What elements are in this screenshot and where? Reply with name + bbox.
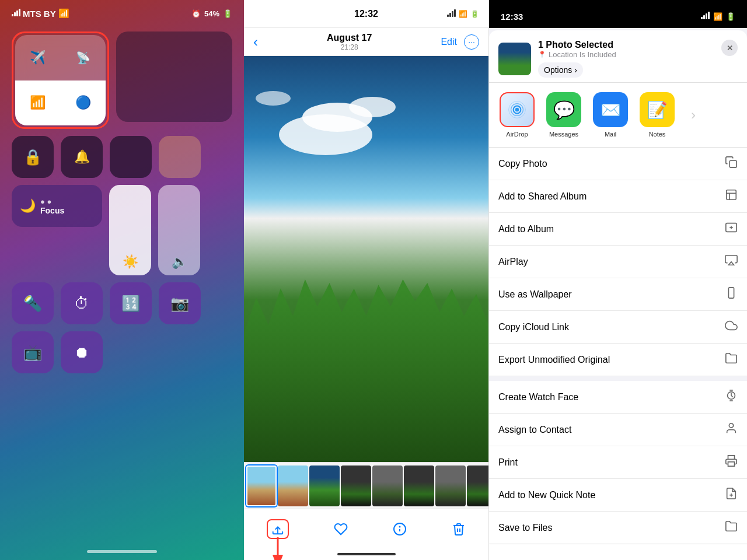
focus-button[interactable]: 🌙 ● ● Focus <box>12 185 102 227</box>
copy-photo-icon <box>725 156 738 172</box>
bluetooth-button[interactable]: 🔵 <box>61 80 106 126</box>
screen-record-button[interactable]: ⏺ <box>61 331 103 373</box>
share-subtitle: Location Is Included <box>549 50 616 59</box>
photos-status-bar: 12:32 📶 🔋 <box>244 0 488 28</box>
close-button[interactable]: ✕ <box>721 40 738 56</box>
media-tile[interactable] <box>116 32 232 122</box>
heart-button[interactable] <box>334 522 348 536</box>
use-wallpaper-action[interactable]: Use as Wallpaper <box>489 278 747 311</box>
filmstrip-thumb-5[interactable] <box>372 466 403 506</box>
copy-photo-action[interactable]: Copy Photo <box>489 148 747 180</box>
airdrop-app-button[interactable]: AirDrop <box>496 92 538 138</box>
wifi-status-icon: 📶 <box>58 8 69 19</box>
cellular-button[interactable]: 📡 <box>61 35 106 80</box>
brightness-slider[interactable]: ☀️ <box>109 185 151 275</box>
airdrop-icon <box>500 92 535 127</box>
share-photo-thumb <box>498 43 531 75</box>
arrow-indicator <box>269 537 287 561</box>
more-apps-indicator[interactable]: › <box>685 92 701 138</box>
signal-icon <box>12 9 20 18</box>
calculator-button[interactable]: 🔢 <box>110 282 152 324</box>
filmstrip[interactable] <box>244 462 488 509</box>
copy-icloud-action[interactable]: Copy iCloud Link <box>489 311 747 344</box>
delete-button[interactable] <box>452 522 466 536</box>
orientation-lock-button[interactable]: 🔒 <box>12 136 54 178</box>
print-action[interactable]: Print <box>489 446 747 479</box>
signal-icon-3 <box>701 12 710 21</box>
airplane-mode-button[interactable]: ✈️ <box>15 35 61 80</box>
home-indicator <box>87 550 157 553</box>
filmstrip-thumb-3[interactable] <box>309 466 340 506</box>
extra-tile-2[interactable] <box>159 136 201 178</box>
silent-mode-button[interactable]: 🔔 <box>61 136 103 178</box>
share-button[interactable] <box>267 519 289 539</box>
battery-icon-3: 🔋 <box>726 12 735 21</box>
mail-app-button[interactable]: ✉️ Mail <box>589 92 631 138</box>
svg-rect-11 <box>727 190 736 200</box>
location-icon: 📍 <box>538 51 546 58</box>
create-watch-face-action[interactable]: Create Watch Face <box>489 381 747 414</box>
add-album-icon <box>725 221 738 237</box>
more-button[interactable]: ··· <box>464 34 479 50</box>
svg-point-9 <box>515 108 519 111</box>
filmstrip-thumb-4[interactable] <box>341 466 371 506</box>
flashlight-button[interactable]: 🔦 <box>12 282 54 324</box>
airplay-icon <box>725 254 738 270</box>
svg-rect-16 <box>728 288 734 298</box>
save-files-action[interactable]: Save to Files <box>489 512 747 544</box>
filmstrip-thumb-6[interactable] <box>404 466 434 506</box>
edit-button[interactable]: Edit <box>441 37 457 47</box>
share-title: 1 Photo Selected <box>538 40 738 50</box>
carrier-label: MTS BY <box>23 9 56 19</box>
main-photo <box>244 56 488 462</box>
status-bar: MTS BY 📶 ⏰ 54% 🔋 <box>0 0 244 22</box>
photos-nav-bar: ‹ August 17 21:28 Edit ··· <box>244 28 488 56</box>
filmstrip-thumb-1[interactable] <box>246 466 277 506</box>
notes-label: Notes <box>649 131 666 138</box>
carrier-info: MTS BY 📶 <box>12 8 69 19</box>
filmstrip-thumb-8[interactable] <box>467 466 488 506</box>
add-album-action[interactable]: Add to Album <box>489 213 747 246</box>
wallpaper-icon <box>725 286 738 302</box>
airdrop-label: AirDrop <box>506 131 528 138</box>
filmstrip-thumb-7[interactable] <box>435 466 466 506</box>
status-right: ⏰ 54% 🔋 <box>191 9 232 18</box>
messages-icon: 💬 <box>546 92 581 127</box>
messages-app-button[interactable]: 💬 Messages <box>543 92 585 138</box>
watch-face-icon <box>725 389 738 405</box>
camera-button[interactable]: 📷 <box>159 282 201 324</box>
timer-button[interactable]: ⏱ <box>61 282 103 324</box>
airplay-action[interactable]: AirPlay <box>489 246 747 278</box>
share-apps-row: AirDrop 💬 Messages ✉️ Mail 📝 Notes › <box>489 83 747 148</box>
signal-icon-2 <box>447 9 456 19</box>
photos-time: 12:32 <box>354 9 378 19</box>
back-button[interactable]: ‹ <box>253 34 258 50</box>
quick-note-action[interactable]: Add to New Quick Note <box>489 479 747 512</box>
battery-label: 54% <box>204 9 219 18</box>
photos-toolbar <box>244 509 488 548</box>
volume-slider[interactable]: 🔈 <box>158 185 200 275</box>
wifi-button[interactable]: 📶 <box>15 80 61 126</box>
photos-panel: 12:32 📶 🔋 ‹ August 17 21:28 Edit ··· <box>244 0 489 560</box>
share-sheet-panel: 12:33 📶 🔋 1 Photo Selected 📍 Lo <box>489 0 747 560</box>
svg-marker-15 <box>728 262 734 265</box>
battery-icon-2: 🔋 <box>470 10 479 18</box>
info-button[interactable] <box>393 522 407 536</box>
contact-icon <box>725 422 738 438</box>
export-original-action[interactable]: Export Unmodified Original <box>489 344 747 376</box>
notes-app-button[interactable]: 📝 Notes <box>636 92 678 138</box>
extra-tile-1[interactable] <box>110 136 152 178</box>
control-center-panel: MTS BY 📶 ⏰ 54% 🔋 ✈️ 📡 📶 🔵 <box>0 0 244 560</box>
options-button[interactable]: Options › <box>538 62 583 78</box>
share-time: 12:33 <box>501 12 523 22</box>
export-icon <box>725 352 738 368</box>
messages-label: Messages <box>549 131 578 138</box>
wifi-icon-3: 📶 <box>713 12 722 21</box>
assign-contact-action[interactable]: Assign to Contact <box>489 414 747 446</box>
quick-note-icon <box>725 487 738 503</box>
add-shared-album-action[interactable]: Add to Shared Album <box>489 180 747 213</box>
screen-mirroring-button[interactable]: 📺 <box>12 331 54 373</box>
actions-divider <box>489 376 747 381</box>
network-tile[interactable]: ✈️ 📡 📶 🔵 <box>15 35 106 125</box>
filmstrip-thumb-2[interactable] <box>278 466 308 506</box>
